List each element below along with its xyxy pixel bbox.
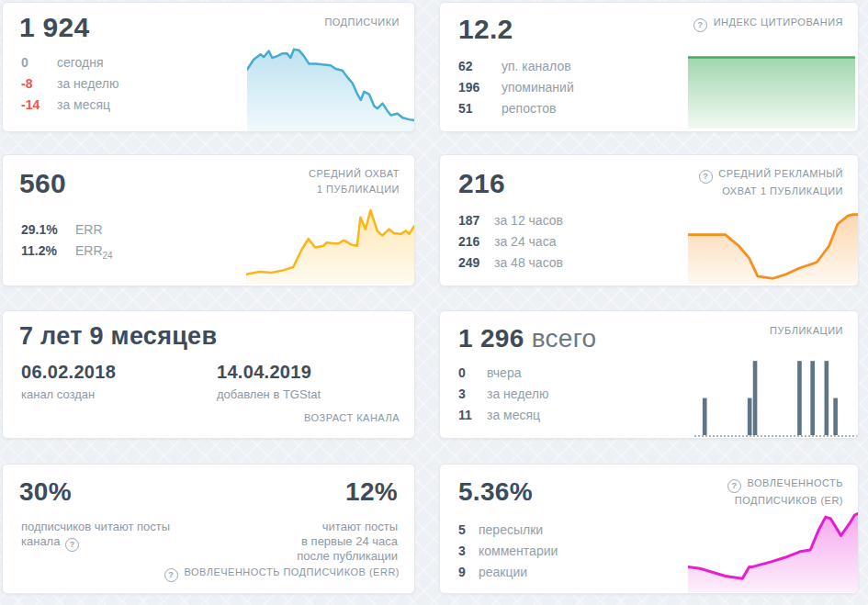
err-right-description: читают посты в первые 24 часа после публ…	[297, 520, 398, 564]
card-citation-index: 12.2 ? ИНДЕКС ЦИТИРОВАНИЯ 62 уп. каналов…	[439, 2, 859, 132]
err-left-value: 30%	[19, 477, 72, 507]
err-right-line1: читают посты	[322, 520, 398, 533]
citation-index-value: 12.2	[458, 14, 513, 45]
er-value: 5.36%	[458, 477, 533, 507]
channel-added-label: добавлен в TGStat	[217, 387, 321, 401]
subscribers-sparkline-chart	[247, 47, 414, 131]
stat-label: комментарии	[479, 544, 558, 558]
help-icon[interactable]: ?	[164, 568, 178, 582]
stat-value: 51	[458, 102, 497, 116]
stat-value: 3	[458, 387, 482, 401]
stat-row: 11 за месяц	[458, 409, 548, 422]
help-icon[interactable]: ?	[699, 170, 713, 184]
subscribers-title: ПОДПИСЧИКИ	[324, 15, 400, 30]
err-caption-text: ВОВЛЕЧЕННОСТЬ ПОДПИСЧИКОВ (ERR)	[184, 566, 400, 577]
er-stats: 5 пересылки 3 комментарии 9 реакции	[458, 523, 558, 587]
stat-value: 249	[458, 256, 490, 270]
stat-row: -8 за неделю	[21, 77, 118, 91]
avg-ad-reach-stats: 187 за 12 часов 216 за 24 часа 249 за 48…	[458, 214, 563, 277]
title-line1: ВОВЛЕЧЕННОСТЬ	[748, 477, 843, 488]
stat-value: 11	[458, 409, 482, 422]
stat-label: реакции	[479, 566, 527, 579]
stat-label: упоминаний	[502, 81, 574, 95]
avg-post-reach-stats: 29.1% ERR 11.2% ERR24	[21, 223, 113, 270]
stat-label: за 48 часов	[494, 256, 563, 270]
err-right-line3: после публикации	[297, 549, 398, 563]
title-line1: СРЕДНИЙ ОХВАТ	[309, 168, 400, 179]
help-icon[interactable]: ?	[693, 18, 707, 32]
card-er: 5.36% ? ВОВЛЕЧЕННОСТЬ ПОДПИСЧИКОВ (ER) 5…	[439, 464, 859, 594]
card-avg-post-reach: 560 СРЕДНИЙ ОХВАТ 1 ПУБЛИКАЦИИ 29.1% ERR…	[2, 154, 415, 286]
err-left-line1: подписчиков читают посты	[21, 520, 170, 533]
stat-row: 249 за 48 часов	[458, 256, 563, 270]
stat-label: за неделю	[57, 77, 118, 91]
stat-row: 62 уп. каналов	[458, 60, 574, 73]
channel-created-block: 06.02.2018 канал создан	[21, 362, 116, 401]
subscribers-stats: 0 сегодня -8 за неделю -14 за месяц	[21, 56, 118, 119]
subscribers-value: 1 924	[19, 12, 90, 43]
channel-added-block: 14.04.2019 добавлен в TGStat	[217, 362, 321, 401]
stat-value: 196	[458, 81, 497, 95]
err-left-line2: канала	[21, 534, 60, 548]
title-line2: 1 ПУБЛИКАЦИИ	[317, 184, 400, 195]
channel-age-caption: ВОЗРАСТ КАНАЛА	[304, 410, 400, 426]
stat-value: 62	[458, 60, 497, 73]
stat-row: 216 за 24 часа	[458, 235, 563, 249]
title-line2: ОХВАТ 1 ПУБЛИКАЦИИ	[722, 185, 843, 196]
stat-value: 3	[458, 544, 474, 558]
channel-age-value: 7 лет 9 месяцев	[19, 322, 217, 351]
card-err: 30% подписчиков читают посты канала ? 12…	[2, 464, 415, 594]
stat-value: 216	[458, 235, 490, 249]
publications-total-suffix: всего	[532, 324, 597, 353]
title-line1: СРЕДНИЙ РЕКЛАМНЫЙ	[718, 168, 843, 179]
stat-value: 187	[458, 214, 490, 228]
card-subscribers: 1 924 ПОДПИСЧИКИ 0 сегодня -8 за неделю …	[2, 2, 415, 132]
stat-label: уп. каналов	[502, 60, 571, 73]
err-right-line2: в первые 24 часа	[301, 534, 398, 548]
help-icon[interactable]: ?	[65, 538, 79, 552]
err-right-value: 12%	[345, 477, 398, 507]
citation-index-title-text: ИНДЕКС ЦИТИРОВАНИЯ	[714, 17, 843, 28]
title-line2: ПОДПИСЧИКОВ (ER)	[735, 495, 843, 506]
help-icon[interactable]: ?	[727, 479, 741, 493]
citation-index-stats: 62 уп. каналов 196 упоминаний 51 репосто…	[458, 60, 574, 123]
card-publications: 1 296 всего ПУБЛИКАЦИИ 0 вчера 3 за неде…	[439, 310, 859, 439]
stat-row: 5 пересылки	[458, 523, 558, 537]
er-title: ? ВОВЛЕЧЕННОСТЬ ПОДПИСЧИКОВ (ER)	[727, 476, 843, 509]
stat-label: пересылки	[479, 523, 543, 537]
stat-row: 0 вчера	[458, 366, 548, 380]
stat-row: 29.1% ERR	[21, 223, 113, 237]
err-caption: ? ВОВЛЕЧЕННОСТЬ ПОДПИСЧИКОВ (ERR)	[164, 565, 400, 582]
citation-index-sparkline-chart	[688, 55, 855, 129]
stat-row: 51 репостов	[458, 102, 574, 116]
dashboard-background: { "cards": { "subscribers": { "title": "…	[0, 0, 868, 605]
stat-row: 3 комментарии	[458, 544, 558, 558]
stat-row: 196 упоминаний	[458, 81, 574, 95]
stat-row: 0 сегодня	[21, 56, 118, 70]
channel-created-label: канал создан	[21, 387, 116, 401]
stat-value: 11.2%	[21, 244, 71, 258]
stat-label: за месяц	[57, 98, 110, 112]
stat-value: 0	[458, 366, 482, 380]
publications-title: ПУБЛИКАЦИИ	[770, 323, 843, 339]
stat-label: за месяц	[487, 409, 540, 422]
card-channel-age: 7 лет 9 месяцев 06.02.2018 канал создан …	[2, 310, 415, 439]
stat-row: 11.2% ERR24	[21, 244, 113, 263]
stat-label: сегодня	[57, 56, 104, 70]
stat-value: 0	[21, 56, 52, 70]
stat-label: за 12 часов	[494, 214, 563, 228]
stat-label: вчера	[487, 366, 521, 380]
avg-post-reach-value: 560	[19, 168, 66, 199]
stat-label: репостов	[502, 102, 556, 116]
channel-created-date: 06.02.2018	[21, 362, 116, 383]
stat-label: ERR	[75, 223, 103, 237]
stat-label: ERR24	[75, 244, 113, 263]
stat-label: за 24 часа	[494, 235, 556, 249]
stat-row: 9 реакции	[458, 566, 558, 579]
stat-value: 29.1%	[21, 223, 71, 237]
publications-total: 1 296	[458, 324, 524, 353]
avg-post-reach-title: СРЕДНИЙ ОХВАТ 1 ПУБЛИКАЦИИ	[309, 166, 400, 197]
stat-label: за неделю	[487, 387, 548, 401]
stat-value: -8	[21, 77, 52, 91]
citation-index-title: ? ИНДЕКС ЦИТИРОВАНИЯ	[693, 15, 843, 32]
